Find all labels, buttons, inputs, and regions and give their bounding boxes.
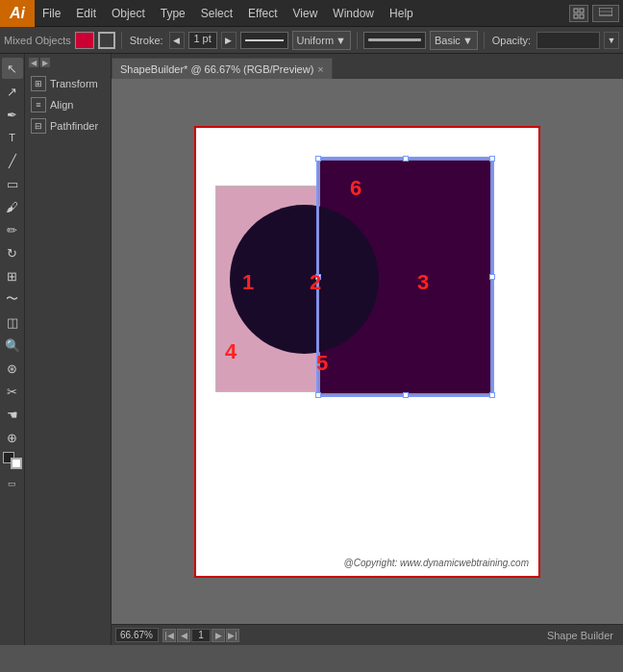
nav-first-btn[interactable]: |◀ [162, 629, 176, 642]
panel-align[interactable]: ≡ Align [29, 94, 107, 115]
menu-bar: Ai File Edit Object Type Select Effect V… [0, 0, 623, 27]
canvas-area: ShapeBuilder* @ 66.67% (RGB/Preview) × [112, 54, 623, 645]
transform-icon: ⊞ [31, 76, 46, 91]
opacity-input[interactable] [536, 32, 600, 49]
artboard: 1 2 3 4 5 6 @Copyright: www.dynamicwebtr… [194, 126, 540, 578]
copyright-text: @Copyright: www.dynamicwebtraining.com [344, 558, 529, 568]
blend-tool[interactable]: ⊛ [2, 358, 23, 379]
pencil-tool[interactable]: ✏ [2, 219, 23, 240]
nav-last-btn[interactable]: ▶| [226, 629, 239, 642]
tab-label: ShapeBuilder* @ 66.67% (RGB/Preview) [120, 63, 313, 75]
direct-selection-tool[interactable]: ↗ [2, 81, 23, 102]
label-2: 2 [310, 270, 321, 295]
tool-name-label: Shape Builder [547, 630, 619, 641]
align-icon: ≡ [31, 97, 46, 112]
panel-arrows: ◀ ▶ [29, 58, 50, 67]
rotate-tool[interactable]: ↻ [2, 242, 23, 263]
pathfinder-icon: ⊟ [31, 118, 46, 134]
panel-pathfinder[interactable]: ⊟ Pathfinder [29, 115, 107, 137]
menu-window[interactable]: Window [325, 0, 382, 27]
stroke-up-btn[interactable]: ▶ [221, 32, 237, 49]
stroke-value-input[interactable]: 1 pt [188, 32, 217, 49]
panel-header: ◀ ▶ [29, 58, 107, 67]
toolbar: Mixed Objects Stroke: ◀ 1 pt ▶ Uniform▼ … [0, 27, 623, 54]
tools-panel: ↖ ↗ ✒ T ╱ ▭ 🖌 ✏ ↻ ⊞ 〜 ◫ 🔍 ⊛ ✂ ☚ ⊕ ▭ [0, 54, 25, 645]
stroke-label: Stroke: [128, 35, 165, 46]
document-tab[interactable]: ShapeBuilder* @ 66.67% (RGB/Preview) × [112, 58, 333, 79]
page-input[interactable]: 1 [191, 629, 211, 642]
panel-arrow-right[interactable]: ▶ [40, 58, 50, 67]
menu-help[interactable]: Help [382, 0, 421, 27]
menu-effect[interactable]: Effect [240, 0, 285, 27]
opacity-label: Opacity: [490, 35, 533, 46]
menu-file[interactable]: File [35, 0, 68, 27]
screen-mode-tool[interactable]: ▭ [2, 473, 23, 494]
scissors-tool[interactable]: ✂ [2, 381, 23, 402]
zoom-tool[interactable]: ⊕ [2, 427, 23, 448]
svg-rect-0 [574, 9, 578, 12]
label-6: 6 [350, 176, 361, 201]
tab-bar: ShapeBuilder* @ 66.67% (RGB/Preview) × [112, 54, 623, 79]
pen-tool[interactable]: ✒ [2, 104, 23, 125]
toolbar-separator-2 [357, 32, 358, 49]
stroke-style-preview [240, 32, 288, 49]
svg-rect-3 [580, 14, 584, 18]
zoom-display[interactable]: 66.67% [115, 628, 159, 642]
stroke-box[interactable] [98, 32, 115, 49]
arrange-icon[interactable] [569, 5, 588, 22]
toolbar-separator-3 [484, 32, 485, 49]
stroke-style-dropdown[interactable]: Uniform▼ [292, 31, 351, 50]
eyedropper-tool[interactable]: 🔍 [2, 335, 23, 356]
label-5: 5 [316, 351, 328, 376]
brush-style-preview [363, 32, 426, 49]
properties-panel: ◀ ▶ ⊞ Transform ≡ Align ⊟ Pathfinder [25, 54, 112, 645]
ai-logo: Ai [0, 0, 35, 27]
toolbar-separator-1 [121, 32, 122, 49]
type-tool[interactable]: T [2, 127, 23, 148]
fill-swatch[interactable] [75, 32, 94, 49]
svg-rect-2 [574, 14, 578, 18]
label-3: 3 [417, 270, 429, 295]
menu-view[interactable]: View [286, 0, 326, 27]
panel-arrow-left[interactable]: ◀ [29, 58, 38, 67]
menu-object[interactable]: Object [104, 0, 153, 27]
menu-select[interactable]: Select [193, 0, 240, 27]
style-dropdown[interactable]: Basic▼ [430, 31, 478, 50]
tab-close-btn[interactable]: × [317, 63, 323, 75]
panel-transform[interactable]: ⊞ Transform [29, 73, 107, 94]
menu-type[interactable]: Type [153, 0, 193, 27]
scale-tool[interactable]: ⊞ [2, 265, 23, 286]
selection-tool[interactable]: ↖ [2, 58, 23, 79]
nav-next-btn[interactable]: ▶ [212, 629, 225, 642]
gradient-tool[interactable]: ◫ [2, 311, 23, 333]
warp-tool[interactable]: 〜 [2, 288, 23, 310]
nav-prev-btn[interactable]: ◀ [177, 629, 190, 642]
status-bar: 66.67% |◀ ◀ 1 ▶ ▶| Shape Builder [112, 624, 623, 645]
hand-tool[interactable]: ☚ [2, 404, 23, 425]
menu-edit[interactable]: Edit [68, 0, 104, 27]
fill-stroke-widget[interactable] [3, 452, 22, 469]
main-layout: ↖ ↗ ✒ T ╱ ▭ 🖌 ✏ ↻ ⊞ 〜 ◫ 🔍 ⊛ ✂ ☚ ⊕ ▭ ◀ ▶ … [0, 54, 623, 645]
canvas-container[interactable]: 1 2 3 4 5 6 @Copyright: www.dynamicwebtr… [112, 79, 623, 624]
line-tool[interactable]: ╱ [2, 150, 23, 171]
stroke-down-btn[interactable]: ◀ [169, 32, 185, 49]
opacity-dropdown-btn[interactable]: ▼ [604, 32, 619, 49]
paintbrush-tool[interactable]: 🖌 [2, 196, 23, 217]
nav-controls: |◀ ◀ 1 ▶ ▶| [162, 629, 239, 642]
svg-rect-1 [580, 9, 584, 12]
object-type-label: Mixed Objects [4, 35, 71, 46]
svg-text:▼: ▼ [611, 13, 612, 19]
workspace-icon[interactable]: ▼ [592, 5, 619, 22]
shape-tool[interactable]: ▭ [2, 173, 23, 194]
label-4: 4 [225, 339, 237, 364]
label-1: 1 [242, 270, 254, 295]
